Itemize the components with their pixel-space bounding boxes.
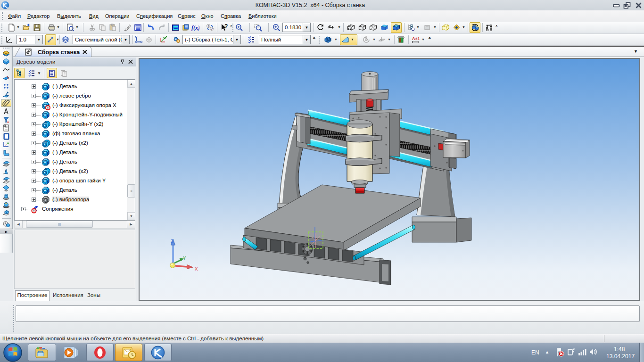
svg-text:Z: Z (171, 239, 174, 244)
svg-text:X: X (195, 266, 198, 272)
svg-text:Сборка станка: Сборка станка (38, 49, 80, 56)
svg-text:±1: ±1 (415, 36, 420, 41)
svg-text:Y: Y (183, 255, 186, 261)
svg-text:1: 1 (207, 25, 209, 28)
svg-text:f(x): f(x) (191, 25, 199, 31)
svg-text:2: 2 (211, 27, 213, 31)
svg-text:A: A (412, 36, 415, 41)
svg-text:?: ? (224, 24, 228, 30)
